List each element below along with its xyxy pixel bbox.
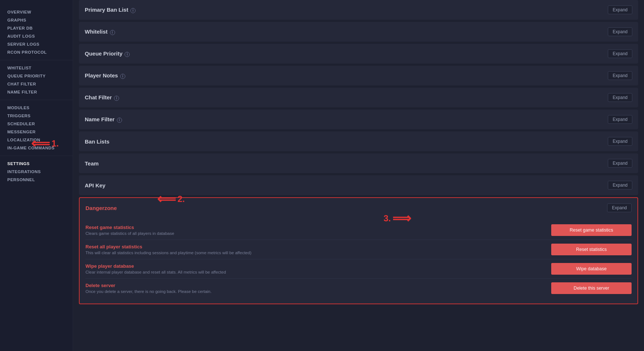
sidebar-item-scheduler[interactable]: Scheduler bbox=[0, 120, 73, 128]
info-icon-queue-priority: i bbox=[125, 52, 130, 57]
section-row-name-filter[interactable]: Name FilteriExpand bbox=[79, 110, 638, 129]
section-row-primary-ban-list[interactable]: Primary Ban ListiExpand bbox=[79, 0, 638, 20]
section-title-primary-ban-list: Primary Ban Listi bbox=[85, 7, 608, 13]
sidebar-item-whitelist[interactable]: Whitelist bbox=[0, 64, 73, 72]
danger-info-reset-game-stats: Reset game statisticsClears game statist… bbox=[85, 225, 551, 236]
sidebar-item-messenger[interactable]: Messenger bbox=[0, 128, 73, 136]
section-title-team: Team bbox=[85, 160, 608, 167]
sidebar-item-server-logs[interactable]: Server Logs bbox=[0, 40, 73, 48]
sidebar-item-triggers[interactable]: Triggers bbox=[0, 112, 73, 120]
dangerzone-header[interactable]: DangerzoneExpand bbox=[80, 198, 637, 218]
danger-info-wipe-player-db: Wipe player databaseClear internal playe… bbox=[85, 263, 551, 274]
dangerzone-title: Dangerzone bbox=[85, 205, 607, 211]
dangerzone-section: DangerzoneExpandReset game statisticsCle… bbox=[79, 197, 638, 304]
danger-btn-reset-game-stats[interactable]: Reset game statistics bbox=[551, 224, 632, 236]
sidebar-item-overview[interactable]: Overview bbox=[0, 8, 73, 16]
danger-label-reset-all-stats: Reset all player statistics bbox=[85, 244, 545, 249]
sidebar-item-integrations[interactable]: Integrations bbox=[0, 168, 73, 176]
sidebar: OverviewGraphsPlayer DBAudit LogsServer … bbox=[0, 0, 73, 351]
danger-info-delete-server: Delete serverOnce you delete a server, t… bbox=[85, 283, 551, 294]
danger-btn-reset-all-stats[interactable]: Reset statistics bbox=[551, 244, 632, 255]
expand-btn-queue-priority[interactable]: Expand bbox=[608, 49, 632, 58]
sidebar-item-name-filter[interactable]: Name Filter bbox=[0, 88, 73, 96]
section-row-player-notes[interactable]: Player NotesiExpand bbox=[79, 66, 638, 85]
dangerzone-body: Reset game statisticsClears game statist… bbox=[80, 218, 637, 298]
section-title-api-key: API Key bbox=[85, 182, 608, 188]
danger-item-reset-game-stats: Reset game statisticsClears game statist… bbox=[85, 221, 632, 240]
danger-item-wipe-player-db: Wipe player databaseClear internal playe… bbox=[85, 259, 632, 279]
sidebar-item-modules[interactable]: Modules bbox=[0, 104, 73, 112]
danger-btn-delete-server[interactable]: Delete this server bbox=[551, 282, 632, 294]
section-row-ban-lists[interactable]: Ban ListsExpand bbox=[79, 131, 638, 151]
info-icon-primary-ban-list: i bbox=[130, 8, 136, 13]
expand-btn-team[interactable]: Expand bbox=[608, 159, 632, 168]
danger-item-delete-server: Delete serverOnce you delete a server, t… bbox=[85, 279, 632, 298]
danger-info-reset-all-stats: Reset all player statisticsThis will cle… bbox=[85, 244, 551, 255]
section-title-chat-filter: Chat Filteri bbox=[85, 94, 608, 100]
expand-btn-whitelist[interactable]: Expand bbox=[608, 27, 632, 36]
section-row-team[interactable]: TeamExpand bbox=[79, 153, 638, 173]
sidebar-item-graphs[interactable]: Graphs bbox=[0, 16, 73, 24]
sidebar-item-player-db[interactable]: Player DB bbox=[0, 24, 73, 32]
danger-label-delete-server: Delete server bbox=[85, 283, 545, 288]
danger-label-wipe-player-db: Wipe player database bbox=[85, 263, 545, 269]
sidebar-item-rcon-protocol[interactable]: Rcon Protocol bbox=[0, 48, 73, 56]
section-row-api-key[interactable]: API KeyExpand bbox=[79, 175, 638, 195]
danger-desc-delete-server: Once you delete a server, there is no go… bbox=[85, 289, 545, 294]
danger-item-reset-all-stats: Reset all player statisticsThis will cle… bbox=[85, 240, 632, 259]
expand-btn-player-notes[interactable]: Expand bbox=[608, 71, 632, 80]
info-icon-player-notes: i bbox=[120, 74, 125, 79]
section-row-whitelist[interactable]: WhitelistiExpand bbox=[79, 22, 638, 42]
section-title-queue-priority: Queue Priorityi bbox=[85, 50, 608, 57]
expand-btn-api-key[interactable]: Expand bbox=[608, 181, 632, 190]
expand-btn-primary-ban-list[interactable]: Expand bbox=[608, 5, 632, 14]
section-title-ban-lists: Ban Lists bbox=[85, 138, 608, 145]
danger-desc-reset-all-stats: This will clear all statistics including… bbox=[85, 251, 545, 255]
danger-btn-wipe-player-db[interactable]: Wipe database bbox=[551, 263, 632, 275]
section-title-whitelist: Whitelisti bbox=[85, 28, 608, 35]
danger-desc-reset-game-stats: Clears game statistics of all players in… bbox=[85, 231, 545, 236]
sidebar-item-personnel[interactable]: Personnel bbox=[0, 176, 73, 184]
main-content: Primary Ban ListiExpandWhitelistiExpandQ… bbox=[73, 0, 644, 351]
info-icon-chat-filter: i bbox=[114, 96, 119, 101]
sidebar-item-in-game-commands[interactable]: In-Game Commands bbox=[0, 144, 73, 152]
expand-btn-chat-filter[interactable]: Expand bbox=[608, 93, 632, 102]
sidebar-item-localization[interactable]: Localization bbox=[0, 136, 73, 144]
expand-btn-ban-lists[interactable]: Expand bbox=[608, 137, 632, 146]
danger-label-reset-game-stats: Reset game statistics bbox=[85, 225, 545, 230]
info-icon-whitelist: i bbox=[110, 30, 115, 35]
danger-desc-wipe-player-db: Clear internal player database and reset… bbox=[85, 270, 545, 274]
sidebar-item-chat-filter[interactable]: Chat Filter bbox=[0, 80, 73, 88]
section-title-player-notes: Player Notesi bbox=[85, 72, 608, 79]
section-row-chat-filter[interactable]: Chat FilteriExpand bbox=[79, 88, 638, 107]
section-title-name-filter: Name Filteri bbox=[85, 116, 608, 122]
expand-btn-name-filter[interactable]: Expand bbox=[608, 115, 632, 124]
sidebar-item-audit-logs[interactable]: Audit Logs bbox=[0, 32, 73, 40]
sidebar-item-queue-priority[interactable]: Queue Priority bbox=[0, 72, 73, 80]
info-icon-name-filter: i bbox=[117, 118, 122, 123]
section-row-queue-priority[interactable]: Queue PriorityiExpand bbox=[79, 44, 638, 64]
sidebar-item-settings[interactable]: Settings bbox=[0, 160, 73, 168]
expand-btn-dangerzone[interactable]: Expand bbox=[607, 203, 632, 212]
